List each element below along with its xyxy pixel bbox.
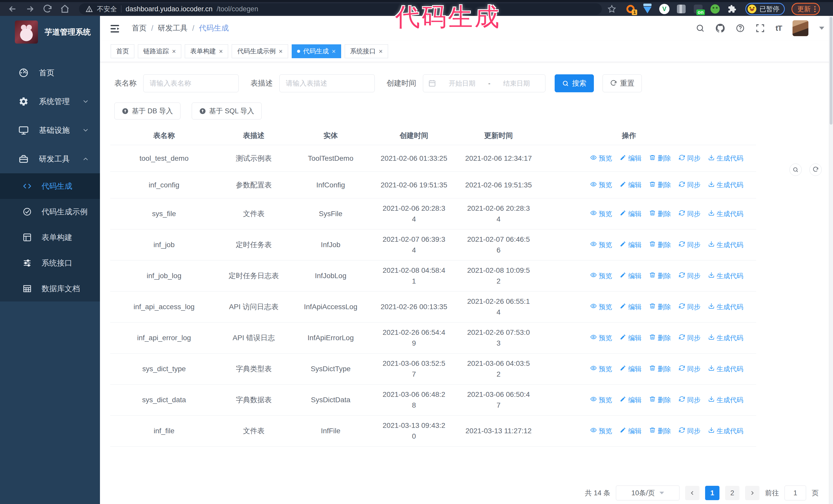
submenu-item-example[interactable]: 代码生成示例 bbox=[0, 199, 100, 224]
sidebar-item-monitor[interactable]: 基础设施 bbox=[0, 116, 100, 145]
tab-4[interactable]: 代码生成示例× bbox=[232, 44, 288, 58]
tab-close-icon[interactable]: × bbox=[379, 48, 383, 55]
browser-menu-icon[interactable] bbox=[814, 6, 815, 12]
edit-link[interactable]: 编辑 bbox=[620, 240, 642, 249]
tab-5[interactable]: 代码生成× bbox=[292, 44, 341, 58]
table-desc-input[interactable] bbox=[279, 74, 375, 92]
delete-link[interactable]: 删除 bbox=[649, 240, 671, 249]
preview-link[interactable]: 预览 bbox=[590, 427, 612, 436]
bookmark-star-icon[interactable] bbox=[608, 5, 616, 13]
sync-link[interactable]: 同步 bbox=[679, 181, 700, 189]
reset-button[interactable]: 重置 bbox=[602, 74, 642, 92]
import-sql-button[interactable]: 基于 SQL 导入 bbox=[192, 102, 262, 119]
edit-link[interactable]: 编辑 bbox=[620, 427, 642, 436]
refresh-table-button[interactable] bbox=[809, 164, 822, 176]
edit-link[interactable]: 编辑 bbox=[620, 334, 642, 342]
edit-link[interactable]: 编辑 bbox=[620, 210, 642, 218]
sidebar-item-tools[interactable]: 研发工具 bbox=[0, 145, 100, 173]
extension-gem-icon[interactable] bbox=[642, 4, 652, 14]
submenu-item-code[interactable]: 代码生成 bbox=[0, 173, 100, 199]
preview-link[interactable]: 预览 bbox=[590, 395, 612, 405]
browser-update-button[interactable]: 更新 bbox=[791, 3, 820, 15]
edit-link[interactable]: 编辑 bbox=[620, 364, 642, 374]
delete-link[interactable]: 删除 bbox=[649, 334, 671, 342]
preview-link[interactable]: 预览 bbox=[590, 210, 612, 218]
page-button-1[interactable]: 1 bbox=[705, 486, 719, 500]
next-page-button[interactable] bbox=[745, 486, 759, 500]
sync-link[interactable]: 同步 bbox=[679, 271, 700, 281]
delete-link[interactable]: 删除 bbox=[649, 271, 671, 281]
preview-link[interactable]: 预览 bbox=[590, 154, 612, 163]
prev-page-button[interactable] bbox=[685, 486, 699, 500]
sidebar-item-gear[interactable]: 系统管理 bbox=[0, 87, 100, 116]
generate-code-link[interactable]: 生成代码 bbox=[708, 303, 743, 311]
url-host[interactable]: dashboard.yudao.iocoder.cn bbox=[125, 5, 213, 13]
preview-link[interactable]: 预览 bbox=[590, 334, 612, 342]
security-label[interactable]: 不安全 bbox=[97, 5, 117, 14]
delete-link[interactable]: 删除 bbox=[649, 303, 671, 311]
sync-link[interactable]: 同步 bbox=[679, 303, 700, 311]
help-icon[interactable] bbox=[736, 24, 745, 33]
goto-page-input[interactable] bbox=[785, 485, 806, 500]
edit-link[interactable]: 编辑 bbox=[620, 303, 642, 311]
extension-robot-icon[interactable] bbox=[710, 4, 720, 14]
extension-v-icon[interactable]: V bbox=[659, 4, 669, 14]
tab-1[interactable]: 首页 bbox=[111, 44, 134, 58]
sync-link[interactable]: 同步 bbox=[679, 210, 700, 218]
scrollbar-thumb[interactable] bbox=[830, 17, 832, 125]
sync-link[interactable]: 同步 bbox=[679, 240, 700, 249]
tab-2[interactable]: 链路追踪× bbox=[138, 44, 181, 58]
font-size-icon[interactable]: tT bbox=[776, 24, 782, 32]
sync-link[interactable]: 同步 bbox=[679, 334, 700, 342]
extension-grid-icon[interactable] bbox=[676, 4, 686, 14]
browser-back-icon[interactable] bbox=[8, 4, 18, 14]
sync-link[interactable]: 同步 bbox=[679, 364, 700, 374]
delete-link[interactable]: 删除 bbox=[649, 154, 671, 163]
header-search-icon[interactable] bbox=[696, 24, 705, 33]
sync-link[interactable]: 同步 bbox=[679, 154, 700, 163]
delete-link[interactable]: 删除 bbox=[649, 364, 671, 374]
tab-close-icon[interactable]: × bbox=[279, 48, 282, 55]
tab-close-icon[interactable]: × bbox=[219, 48, 223, 55]
browser-home-icon[interactable] bbox=[60, 4, 70, 14]
sync-link[interactable]: 同步 bbox=[679, 395, 700, 405]
edit-link[interactable]: 编辑 bbox=[620, 395, 642, 405]
user-menu-caret-icon[interactable] bbox=[819, 27, 824, 30]
generate-code-link[interactable]: 生成代码 bbox=[708, 181, 743, 189]
generate-code-link[interactable]: 生成代码 bbox=[708, 395, 743, 405]
browser-reload-icon[interactable] bbox=[43, 4, 52, 14]
github-icon[interactable] bbox=[716, 24, 725, 33]
extensions-puzzle-icon[interactable] bbox=[727, 4, 737, 14]
generate-code-link[interactable]: 生成代码 bbox=[708, 154, 743, 163]
date-start-placeholder[interactable]: 开始日期 bbox=[438, 79, 486, 88]
tab-3[interactable]: 表单构建× bbox=[185, 44, 228, 58]
sidebar-toggle-hamburger-icon[interactable] bbox=[109, 23, 120, 33]
generate-code-link[interactable]: 生成代码 bbox=[708, 334, 743, 342]
preview-link[interactable]: 预览 bbox=[590, 240, 612, 249]
preview-link[interactable]: 预览 bbox=[590, 303, 612, 311]
browser-profile-chip[interactable]: 已暂停 bbox=[745, 3, 785, 15]
extension-tracker-icon[interactable]: 1 bbox=[625, 4, 636, 14]
date-range-picker[interactable]: 开始日期 - 结束日期 bbox=[423, 74, 545, 92]
extension-switch-icon[interactable]: on bbox=[693, 4, 703, 14]
edit-link[interactable]: 编辑 bbox=[620, 181, 642, 189]
sidebar-item-dashboard[interactable]: 首页 bbox=[0, 58, 100, 87]
delete-link[interactable]: 删除 bbox=[649, 395, 671, 405]
submenu-item-db[interactable]: 数据库文档 bbox=[0, 276, 100, 302]
generate-code-link[interactable]: 生成代码 bbox=[708, 271, 743, 281]
breadcrumb-item[interactable]: 首页 bbox=[132, 23, 147, 33]
delete-link[interactable]: 删除 bbox=[649, 210, 671, 218]
generate-code-link[interactable]: 生成代码 bbox=[708, 427, 743, 436]
edit-link[interactable]: 编辑 bbox=[620, 271, 642, 281]
window-scrollbar[interactable] bbox=[829, 16, 833, 504]
search-button[interactable]: 搜索 bbox=[555, 74, 594, 92]
delete-link[interactable]: 删除 bbox=[649, 427, 671, 436]
table-name-input[interactable] bbox=[143, 74, 239, 92]
app-logo-row[interactable]: 芋道管理系统 bbox=[0, 16, 100, 47]
submenu-item-api[interactable]: 系统接口 bbox=[0, 250, 100, 276]
preview-link[interactable]: 预览 bbox=[590, 364, 612, 374]
address-bar[interactable]: 不安全 dashboard.yudao.iocoder.cn /tool/cod… bbox=[79, 3, 602, 15]
delete-link[interactable]: 删除 bbox=[649, 181, 671, 189]
generate-code-link[interactable]: 生成代码 bbox=[708, 240, 743, 249]
tab-close-icon[interactable]: × bbox=[332, 48, 336, 55]
